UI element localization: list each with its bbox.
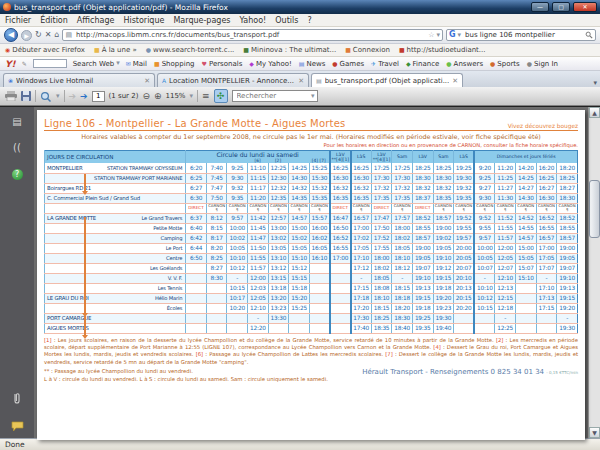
- yahoo-shortcut[interactable]: ◆My Yahoo!: [249, 60, 291, 68]
- tab-bus-transport-pdf[interactable]: ▤ bus_transport.pdf (Objet applicati... …: [311, 73, 463, 87]
- bookmarks-panel-icon[interactable]: ((: [13, 143, 21, 153]
- time-cell: 16:35: [351, 193, 372, 203]
- pdf-find-input[interactable]: [235, 91, 311, 101]
- time-cell: 12:30: [268, 173, 289, 183]
- scrollbar-thumb[interactable]: [589, 180, 600, 238]
- bookmark-item[interactable]: ■À la une »: [94, 46, 137, 54]
- zoom-level-value[interactable]: 115%: [165, 92, 185, 100]
- yahoo-shortcut[interactable]: ▤News: [299, 60, 326, 68]
- pdf-find-box[interactable]: ▾: [232, 90, 318, 102]
- vertical-scrollbar[interactable]: ▲ ▼: [588, 107, 600, 438]
- url-bar[interactable]: ▤ ☆ ▾: [62, 29, 443, 41]
- tab-list-dropdown-icon[interactable]: ▾: [593, 79, 597, 87]
- help-icon[interactable]: ?: [12, 169, 23, 180]
- zoom-in-icon[interactable]: ⊕: [154, 92, 162, 101]
- bookmark-item[interactable]: ■Mininova : The ultimat...: [243, 46, 336, 54]
- yahoo-shortcut[interactable]: ◆Finance: [406, 60, 439, 68]
- home-icon[interactable]: ⌂: [54, 31, 59, 39]
- yahoo-shortcut[interactable]: ●Sign In: [527, 60, 558, 68]
- yahoo-shortcut[interactable]: ●Sports: [490, 60, 520, 68]
- scroll-down-icon[interactable]: ▼: [589, 427, 600, 438]
- url-input[interactable]: [74, 30, 426, 40]
- menu-item[interactable]: Yahoo!: [240, 16, 267, 25]
- next-page-icon[interactable]: ➔: [80, 92, 88, 101]
- route-arrow: [84, 174, 86, 191]
- menu-item[interactable]: ?: [307, 16, 311, 25]
- search-icon[interactable]: [585, 31, 593, 39]
- print-icon[interactable]: [5, 91, 17, 101]
- selected-tool-icon[interactable]: ✣: [214, 89, 228, 103]
- close-button[interactable]: ✕: [573, 2, 597, 12]
- yahoo-shortcut[interactable]: ●Answers: [446, 60, 483, 68]
- yahoo-search-button[interactable]: Search Web ▾: [73, 60, 120, 68]
- zoom-dropdown-icon[interactable]: ▾: [190, 93, 194, 100]
- bookmark-item[interactable]: ◉Débuter avec Firefox: [5, 46, 85, 54]
- save-icon[interactable]: [21, 91, 31, 101]
- yahoo-shortcut[interactable]: ♥Personals: [202, 60, 243, 68]
- time-cell: 16:00: [309, 223, 330, 233]
- zoom-out-icon[interactable]: ⊖: [142, 92, 150, 101]
- column-header: LàV: [412, 151, 433, 164]
- yahoo-search-input[interactable]: [33, 59, 67, 68]
- url-dropdown-icon[interactable]: ▾: [436, 32, 440, 39]
- scroll-mode-icon[interactable]: ≡: [202, 92, 210, 101]
- bookmarks-toolbar: ◉Débuter avec Firefox■À la une »●www.sea…: [0, 44, 600, 57]
- menu-item[interactable]: Édition: [40, 16, 68, 25]
- yahoo-shortcut[interactable]: ●Games: [332, 60, 364, 68]
- previous-page-icon[interactable]: ➔: [69, 92, 77, 101]
- find-dropdown-icon[interactable]: ▾: [311, 93, 315, 100]
- time-cell: -: [495, 313, 516, 323]
- menu-item[interactable]: Marque-pages: [173, 16, 230, 25]
- tab-close-icon[interactable]: ✕: [144, 77, 150, 85]
- time-cell: 17:30: [371, 173, 392, 183]
- tab-location-montpellier[interactable]: A Location MONTPELLIER - Annonce... ✕: [157, 73, 309, 87]
- yahoo-shortcut[interactable]: ✈Travel: [371, 60, 399, 68]
- yahoo-shortcut[interactable]: ✉Mail: [126, 60, 147, 68]
- bookmark-item[interactable]: ■Connexion: [345, 46, 390, 54]
- stop-icon[interactable]: ✕: [45, 31, 52, 39]
- time-cell: 15:25: [309, 163, 330, 173]
- tab-hotmail[interactable]: ❀ Windows Live Hotmail ✕: [3, 73, 155, 87]
- pages-panel-icon[interactable]: ▤: [12, 117, 21, 127]
- bookmark-item[interactable]: ■http://studioetudiant...: [399, 46, 486, 54]
- time-cell: 18:55: [557, 223, 578, 233]
- menu-item[interactable]: Fichier: [5, 16, 31, 25]
- pencil-icon[interactable]: ✎: [22, 61, 27, 67]
- time-cell: [474, 313, 495, 323]
- navigation-toolbar: ◀ ▶ ↻ ✕ ⌂ ▤ ☆ ▾ G ▾: [0, 27, 600, 44]
- yahoo-logo-icon[interactable]: Y!: [5, 59, 16, 69]
- tool-dropdown-icon[interactable]: ▾: [56, 93, 60, 100]
- yahoo-shortcut[interactable]: ■Shopping: [154, 60, 195, 68]
- via-cell: DIRECT: [330, 203, 351, 213]
- bookmark-star-icon[interactable]: ☆: [428, 32, 434, 39]
- via-cell: CARNON¶: [495, 203, 516, 213]
- stop-label-cell: Boirargues RD 21: [45, 183, 186, 193]
- pan-zoom-tool-icon[interactable]: [40, 91, 52, 102]
- refresh-icon[interactable]: ↻: [35, 31, 42, 39]
- time-cell: 16:20: [536, 163, 557, 173]
- forward-icon[interactable]: ▶: [21, 30, 32, 41]
- time-cell: 19:12: [433, 263, 454, 273]
- maximize-button[interactable]: ▢: [552, 2, 570, 12]
- menu-item[interactable]: Historique: [123, 16, 164, 25]
- minimize-button[interactable]: —: [531, 2, 549, 12]
- page-number-input[interactable]: [92, 91, 105, 102]
- scroll-up-icon[interactable]: ▲: [589, 107, 600, 118]
- web-search-box[interactable]: G ▾: [446, 29, 596, 41]
- back-icon[interactable]: ◀: [4, 28, 18, 42]
- time-cell: 8:30: [206, 273, 227, 283]
- time-cell: 10:10: [474, 283, 495, 293]
- tab-close-icon[interactable]: ✕: [452, 77, 458, 85]
- time-cell: 17:57: [392, 213, 413, 223]
- comments-icon[interactable]: [11, 421, 24, 432]
- menu-item[interactable]: Affichage: [77, 16, 115, 25]
- time-cell: 17:52: [371, 233, 392, 243]
- menu-item[interactable]: Outils: [275, 16, 298, 25]
- time-cell: 6:30: [186, 193, 207, 203]
- time-cell: [309, 323, 330, 333]
- attachments-icon[interactable]: [12, 392, 22, 405]
- tab-close-icon[interactable]: ✕: [298, 77, 304, 85]
- web-search-input[interactable]: [463, 30, 583, 40]
- bookmark-item[interactable]: ●www.search-torrent.c...: [146, 46, 235, 54]
- engine-dropdown-icon[interactable]: ▾: [458, 32, 462, 39]
